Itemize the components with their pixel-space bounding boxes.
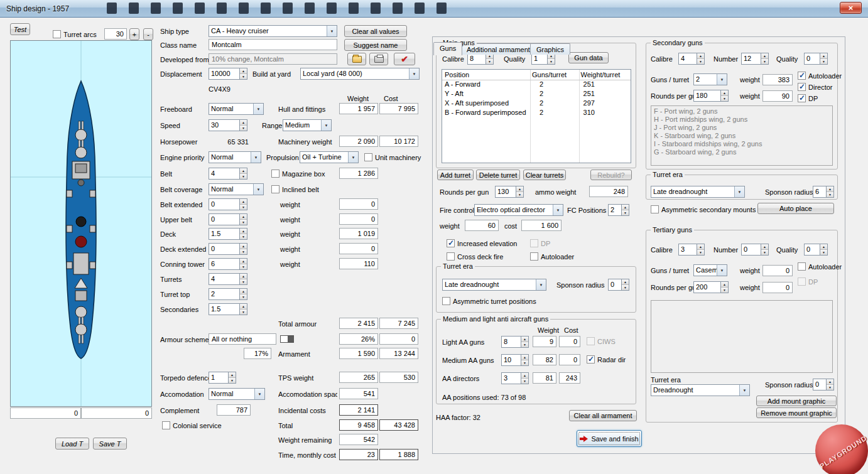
table-cell[interactable]: X - Aft superimposed	[442, 99, 529, 109]
turret-top-spinner[interactable]: 2 ▲▼	[209, 288, 247, 300]
tertiary-sponson-spinner[interactable]: 0 ▲▼	[813, 379, 834, 391]
spin-buttons[interactable]: ▲▼	[516, 186, 524, 198]
title-bar[interactable]: Ship design - 1957 ×	[0, 0, 868, 18]
chevron-down-icon[interactable]: ▼	[321, 120, 331, 131]
table-cell[interactable]: 2	[529, 90, 578, 99]
spin-buttons[interactable]: ▲▼	[720, 281, 729, 293]
spin-buttons[interactable]: ▲▼	[239, 213, 247, 225]
table-cell[interactable]: 2	[529, 99, 578, 109]
chevron-down-icon[interactable]: ▼	[348, 152, 358, 163]
tertiary-autoloader-checkbox[interactable]: Autoloader	[798, 262, 842, 271]
spin-buttons[interactable]: ▲▼	[228, 372, 236, 384]
secondary-quality-spinner[interactable]: 0 ▲▼	[804, 53, 828, 65]
spin-buttons[interactable]: ▲▼	[720, 90, 729, 102]
main-guns-table[interactable]: Position Guns/turret Weight/turret A - F…	[442, 69, 631, 163]
table-cell[interactable]: 2	[529, 80, 578, 90]
remove-mount-graphic-button[interactable]: Remove mount graphic	[756, 407, 837, 418]
yard-select[interactable]: Local yard (48 000) ▼	[300, 68, 420, 80]
asymmetric-secondary-mounts-checkbox[interactable]: Asymmetric secondary mounts	[651, 205, 756, 213]
class-name-input[interactable]: Montcalm	[209, 39, 337, 50]
add-mount-graphic-button[interactable]: Add mount graphic	[756, 396, 837, 406]
spin-buttons[interactable]: ▲▼	[239, 119, 247, 131]
engine-priority-select[interactable]: Normal▼	[209, 151, 261, 163]
auto-place-button[interactable]: Auto place	[757, 203, 834, 214]
load-template-button[interactable]: Load T	[55, 438, 89, 450]
spin-buttons[interactable]: ▲▼	[761, 244, 769, 256]
spin-buttons[interactable]: ▲▼	[826, 186, 834, 198]
armour-scheme-icon[interactable]	[280, 335, 294, 343]
secondary-autoloader-checkbox[interactable]: Autoloader	[798, 72, 842, 80]
close-button[interactable]: ×	[840, 2, 862, 14]
chevron-down-icon[interactable]: ▼	[251, 152, 261, 163]
table-header[interactable]: Position Guns/turret Weight/turret	[442, 70, 631, 80]
turret-arcs-checkbox[interactable]: Turret arcs	[53, 30, 97, 38]
secondary-guns-turret-select[interactable]: 2▼	[693, 73, 727, 85]
radar-director-checkbox[interactable]: Radar dir	[587, 355, 626, 364]
spin-buttons[interactable]: ▲▼	[697, 244, 705, 256]
tertiary-positions-list[interactable]	[651, 300, 833, 373]
turrets-spinner[interactable]: 4 ▲▼	[209, 273, 247, 285]
list-item[interactable]: G - Starboard wing, 2 guns	[651, 148, 832, 156]
deck-spinner[interactable]: 1.5 ▲▼	[209, 228, 247, 240]
secondary-dp-checkbox[interactable]: DP	[798, 94, 818, 102]
deck-extended-spinner[interactable]: 0 ▲▼	[209, 243, 247, 255]
belt-spinner[interactable]: 4 ▲▼	[209, 168, 247, 180]
list-item[interactable]: F - Port wing, 2 guns	[651, 107, 832, 116]
table-row[interactable]: A - Forward2251	[442, 80, 631, 90]
chevron-down-icon[interactable]: ▼	[739, 385, 749, 396]
secondary-director-checkbox[interactable]: Director	[798, 83, 833, 91]
tertiary-turret-era-select[interactable]: Dreadnought▼	[651, 384, 750, 396]
table-row[interactable]: Y - Aft2251	[442, 90, 631, 99]
tertiary-number-spinner[interactable]: 0 ▲▼	[741, 244, 769, 256]
spin-buttons[interactable]: ▲▼	[826, 379, 834, 391]
delete-turret-button[interactable]: Delete turret	[476, 170, 520, 180]
spin-buttons[interactable]: ▲▼	[239, 288, 247, 300]
magazine-box-checkbox[interactable]: Magazine box	[271, 170, 325, 178]
spin-buttons[interactable]: ▲▼	[521, 372, 529, 384]
table-cell[interactable]: 251	[578, 90, 631, 99]
chevron-down-icon[interactable]: ▼	[536, 279, 546, 290]
spin-buttons[interactable]: ▲▼	[761, 53, 769, 65]
ship-top-view-canvas[interactable]	[10, 40, 152, 407]
spin-buttons[interactable]: ▲▼	[521, 336, 529, 348]
ship-type-select[interactable]: CA - Heavy cruiser ▼	[209, 25, 337, 37]
tab-guns[interactable]: Guns	[433, 42, 462, 55]
spin-buttons[interactable]: ▲▼	[820, 244, 828, 256]
chevron-down-icon[interactable]: ▼	[717, 265, 727, 276]
gun-data-button[interactable]: Gun data	[568, 52, 609, 63]
chevron-down-icon[interactable]: ▼	[409, 68, 419, 79]
secondary-rounds-spinner[interactable]: 180 ▲▼	[693, 90, 729, 102]
spin-buttons[interactable]: ▲▼	[820, 53, 828, 65]
medium-aa-spinner[interactable]: 10 ▲▼	[501, 354, 529, 366]
torpedo-defence-spinner[interactable]: 1 ▲▼	[209, 372, 236, 384]
arc-plus-button[interactable]: +	[129, 28, 139, 40]
secondary-sponson-spinner[interactable]: 6 ▲▼	[813, 186, 834, 198]
tertiary-quality-spinner[interactable]: 0 ▲▼	[804, 244, 828, 256]
accomodation-select[interactable]: Normal▼	[209, 388, 265, 400]
spin-buttons[interactable]: ▲▼	[239, 68, 247, 80]
belt-coverage-select[interactable]: Normal▼	[209, 183, 264, 195]
aa-directors-spinner[interactable]: 3 ▲▼	[501, 372, 529, 384]
chevron-down-icon[interactable]: ▼	[254, 389, 264, 399]
spin-buttons[interactable]: ▲▼	[621, 204, 629, 216]
cross-deck-fire-checkbox[interactable]: Cross deck fire	[447, 252, 503, 261]
main-autoloader-checkbox[interactable]: Autoloader	[530, 252, 574, 261]
armour-scheme-field[interactable]: All or nothing	[209, 333, 276, 345]
list-item[interactable]: K - Starboard wing, 2 guns	[651, 132, 832, 140]
belt-extended-spinner[interactable]: 0 ▲▼	[209, 198, 247, 210]
spin-buttons[interactable]: ▲▼	[239, 243, 247, 255]
propulsion-select[interactable]: Oil + Turbine▼	[300, 151, 359, 163]
spin-buttons[interactable]: ▲▼	[239, 168, 247, 180]
displacement-spinner[interactable]: 10000 ▲▼	[209, 68, 247, 80]
conning-tower-spinner[interactable]: 6 ▲▼	[209, 258, 247, 270]
colonial-service-checkbox[interactable]: Colonial service	[162, 421, 222, 429]
spin-buttons[interactable]: ▲▼	[239, 303, 247, 315]
chevron-down-icon[interactable]: ▼	[553, 205, 563, 215]
table-cell[interactable]: 310	[578, 109, 631, 118]
tertiary-rounds-spinner[interactable]: 200 ▲▼	[693, 281, 729, 293]
chevron-down-icon[interactable]: ▼	[253, 184, 263, 195]
main-sponson-spinner[interactable]: 0 ▲▼	[608, 279, 629, 291]
arc-minus-button[interactable]: -	[143, 28, 153, 40]
chevron-down-icon[interactable]: ▼	[734, 186, 744, 197]
spin-buttons[interactable]: ▲▼	[239, 273, 247, 285]
